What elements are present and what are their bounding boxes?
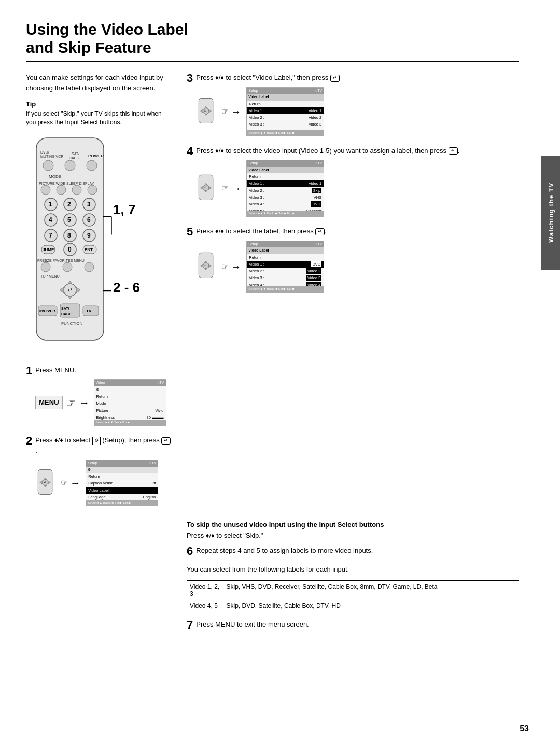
- step7-text: Press MENU to exit the menu screen.: [196, 619, 519, 630]
- step2-illustration: ↵ ☞ → Setup○TV ⚙ Return: [35, 460, 171, 506]
- tip-text: If you select "Skip," your TV skips this…: [26, 109, 171, 127]
- step5-illustration: ↵ ☞ → Setup○TV Video Label Return: [196, 241, 519, 293]
- screen-row: Return: [86, 473, 158, 480]
- main-content: Using the Video Label and Skip Feature Y…: [26, 21, 544, 728]
- screen-row-highlighted: Video 1 :Video 1: [247, 107, 324, 114]
- svg-text:——MODE——: ——MODE——: [40, 174, 69, 179]
- enter-btn-2: ↵: [161, 437, 171, 445]
- step1-number: 1: [26, 365, 32, 377]
- arrow-right-3: →: [231, 104, 241, 119]
- step3-screen: Setup○TV Video Label Return Video 1 :Vid…: [246, 87, 324, 136]
- remote-mini-svg-5: ↵: [196, 252, 219, 281]
- svg-text:↵: ↵: [68, 287, 73, 293]
- step5-screen-header: Setup○TV: [247, 241, 324, 248]
- svg-text:5: 5: [67, 216, 71, 224]
- step4-screen: Setup○TV Video Label Return Video 1 :Vid…: [246, 160, 324, 217]
- step5-remote-mini: ↵ ☞ →: [196, 252, 241, 281]
- hand-icon-2: ☞: [61, 477, 68, 489]
- tip-title: Tip: [26, 100, 171, 108]
- step5-block: 5 Press ♦/♦ to select the label, then pr…: [187, 226, 519, 293]
- svg-text:9: 9: [87, 232, 91, 239]
- screen-row: Video 4 :DVD: [247, 201, 324, 207]
- step7-number: 7: [187, 619, 193, 631]
- step5-screen-footer: Select:●▲▼ Back:◀ Set:▶ Ext.■: [247, 286, 324, 292]
- svg-point-8: [87, 160, 97, 171]
- labels-table: Video 1, 2, 3 Skip, VHS, DVD, Receiver, …: [187, 580, 519, 612]
- svg-text:TV: TV: [86, 309, 92, 313]
- step4-remote-mini: ↵ ☞ →: [196, 174, 241, 203]
- screen-row: LanguageEnglish: [86, 494, 158, 501]
- step3-text: Press ♦/♦ to select "Video Label," then …: [196, 73, 519, 136]
- step5-screen: Setup○TV Video Label Return Video 1 :DVD…: [246, 241, 324, 293]
- svg-point-13: [72, 185, 81, 195]
- screen-row: Video 3 :VHS: [247, 194, 324, 201]
- svg-text:↵: ↵: [205, 264, 207, 267]
- svg-point-12: [57, 185, 66, 195]
- step6-number: 6: [187, 546, 193, 557]
- left-col: You can make settings for each video inp…: [26, 73, 171, 516]
- screen-row: PictureVivid: [94, 407, 166, 414]
- svg-text:MUTING VCR: MUTING VCR: [40, 155, 63, 158]
- setup-icon: ⚙: [92, 437, 101, 445]
- screen-row: Mode: [94, 400, 166, 407]
- svg-point-41: [63, 262, 72, 272]
- callout-label-17: 1, 7: [113, 202, 135, 218]
- side-tab: Watching the TV: [541, 156, 560, 270]
- step6-text: Repeat steps 4 and 5 to assign labels to…: [196, 546, 519, 556]
- step5-number: 5: [187, 226, 193, 238]
- step1-screen-footer: Select:●▲▼ Set:● Ext.■: [94, 420, 166, 425]
- step1-text: Press MENU. MENU ☞ →: [35, 365, 171, 426]
- arrow-right-1: →: [79, 395, 90, 410]
- bottom-section: To skip the unused video input using the…: [26, 521, 519, 639]
- step3-block: 3 Press ♦/♦ to select "Video Label," the…: [187, 73, 519, 136]
- page-container: Watching the TV Using the Video Label an…: [0, 0, 560, 749]
- step3-illustration: ↵ ☞ → Setup○TV Video Label Return: [196, 87, 519, 136]
- callout-label-26: 2 - 6: [113, 280, 140, 296]
- remote-mini-svg-3: ↵: [196, 98, 219, 126]
- hand-icon-5: ☞: [221, 260, 229, 273]
- svg-point-6: [43, 160, 53, 171]
- step4-number: 4: [187, 146, 193, 157]
- remote-mini-svg-4: ↵: [196, 174, 219, 203]
- svg-point-42: [85, 262, 94, 272]
- screen-row-highlighted: Video 1 :Video 1: [247, 180, 324, 187]
- svg-text:7: 7: [49, 232, 52, 239]
- step2-screen-footer: Select:●▲ Back:◀ Set:▶ Ext.■: [86, 500, 158, 506]
- screen-row: Video 2 :Skip: [247, 187, 324, 194]
- hand-icon-3: ☞: [221, 105, 229, 118]
- step2-remote-mini: ↵ ☞ →: [35, 469, 80, 497]
- svg-text:PICTURE WIDE  SLEEP DISPLAY: PICTURE WIDE SLEEP DISPLAY: [39, 182, 94, 185]
- step4-screen-footer: Select:●▲▼ Back:◀ Set:▶ Ext.■: [247, 211, 324, 216]
- page-number: 53: [520, 724, 529, 733]
- svg-text:2: 2: [67, 201, 71, 208]
- screen-row: Video 2 :Video 2: [247, 268, 324, 274]
- skip-section-title: To skip the unused video input using the…: [187, 521, 519, 529]
- menu-label: MENU: [35, 396, 62, 409]
- step3-number: 3: [187, 73, 193, 84]
- svg-text:CABLE: CABLE: [61, 312, 74, 316]
- screen-row: Caption VisionOff: [86, 480, 158, 487]
- screen-row-highlighted: Video 1 :DVD: [247, 261, 324, 268]
- hand-icon-4: ☞: [221, 182, 229, 195]
- step2-number: 2: [26, 435, 32, 447]
- skip-section-text: Press ♦/♦ to select "Skip.": [187, 532, 519, 539]
- table-cell-val: Skip, DVD, Satellite, Cable Box, DTV, HD: [223, 600, 519, 612]
- svg-text:↵: ↵: [205, 186, 207, 189]
- svg-text:↵: ↵: [44, 481, 47, 484]
- svg-text:3: 3: [87, 201, 91, 208]
- remote-mini-svg: ↵: [35, 469, 59, 497]
- svg-text:SAT/: SAT/: [61, 307, 69, 310]
- arrow-right-2: →: [70, 475, 80, 491]
- table-row: Video 1, 2, 3 Skip, VHS, DVD, Receiver, …: [187, 580, 519, 600]
- step3-screen-header: Setup○TV: [247, 88, 324, 94]
- remote-svg: DVD/ MUTING VCR SAT/ CABLE POWER ——MODE—…: [26, 135, 127, 353]
- remote-container: DVD/ MUTING VCR SAT/ CABLE POWER ——MODE—…: [26, 135, 156, 355]
- svg-text:ENT: ENT: [85, 247, 93, 252]
- intro-text: You can make settings for each video inp…: [26, 73, 171, 93]
- svg-text:JUMP: JUMP: [43, 247, 54, 252]
- svg-text:4: 4: [49, 216, 52, 224]
- table-cell-key: Video 4, 5: [187, 600, 223, 612]
- svg-text:DVD/VCR: DVD/VCR: [39, 309, 55, 313]
- extra-text: You can select from the following labels…: [187, 565, 519, 573]
- svg-text:8: 8: [67, 232, 71, 239]
